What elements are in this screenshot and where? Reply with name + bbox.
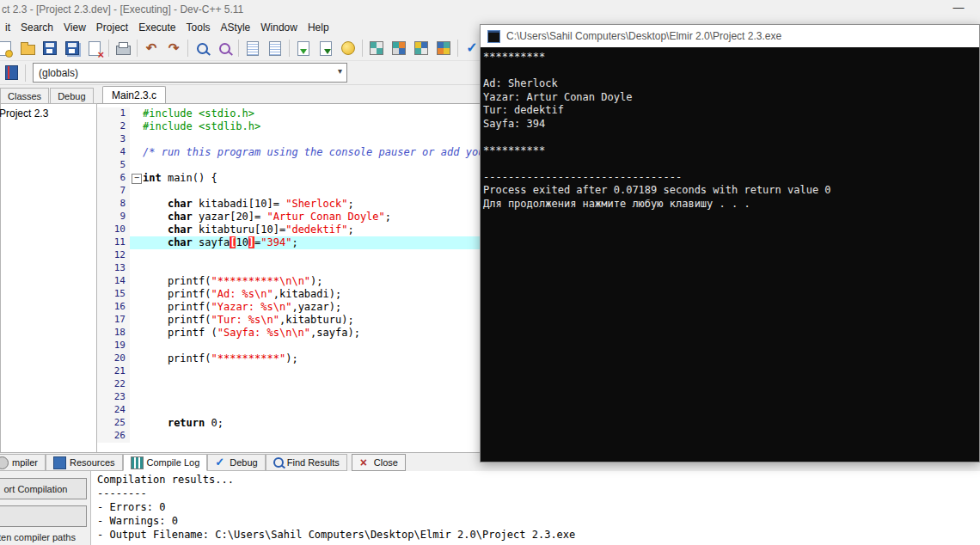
console-line: Tur: dedektif [483,104,977,118]
project-tree: Project 2.3 [0,103,97,453]
goto-line-icon [247,41,259,56]
menu-item-project[interactable]: Project [91,20,133,35]
fold-gutter [130,365,143,378]
compile-log-icon [131,456,144,469]
menu-item-tools[interactable]: Tools [181,20,216,35]
menu-item-view[interactable]: View [58,20,91,35]
redo-icon: ↷ [166,41,181,55]
console-line: Sayfa: 394 [483,118,977,132]
redo-button[interactable]: ↷ [162,38,185,58]
compile-icon [297,41,309,56]
globals-combobox[interactable]: (globals) ▾ [33,63,347,83]
rebuild-icon [320,41,332,56]
compile-log-output: Compilation results...--------- Errors: … [92,471,980,545]
fold-gutter [130,391,143,404]
console-output[interactable]: ********** Ad: SherlockYazar: Artur Cona… [481,47,979,462]
compile-button[interactable] [292,38,315,58]
goto-line-button[interactable] [242,38,264,58]
menu-item-help[interactable]: Help [303,20,334,35]
console-line: ********** [483,51,977,64]
close-icon [359,457,371,468]
fold-gutter [130,430,143,443]
project-options-button[interactable] [410,38,432,58]
menu-item-window[interactable]: Window [255,20,303,35]
bottom-tab-resources[interactable]: Resources [46,454,123,471]
fold-gutter [130,120,143,133]
fold-gutter [130,301,143,314]
side-tab-classes[interactable]: Classes [0,88,49,103]
console-title-text: C:\Users\Sahil Computers\Desktop\Elmir 2… [506,30,781,42]
save-all-icon [65,41,79,55]
line-number: 6 [97,172,130,185]
side-tab-debug[interactable]: Debug [50,88,93,103]
undo-button[interactable]: ↶ [140,38,162,58]
bottom-tab-label: Close [374,457,398,468]
class-browser-button[interactable] [0,63,22,83]
bottom-tab-find-results[interactable]: Find Results [266,454,347,471]
bottom-tab-label: Find Results [287,457,340,468]
log-line: -------- [97,487,980,501]
find-button[interactable] [191,38,213,58]
search-icon [197,43,208,54]
menu-item-it[interactable]: it [0,20,15,35]
package-manager-button[interactable] [432,38,455,58]
fold-gutter [130,224,143,236]
fold-gutter [130,288,143,301]
debug-icon [215,457,226,468]
remove-from-project-button[interactable] [388,38,410,58]
console-line: Ad: Sherlock [483,77,977,91]
bottom-tab-debug[interactable]: Debug [207,454,265,471]
console-window: C:\Users\Sahil Computers\Desktop\Elmir 2… [480,24,980,462]
minimize-button[interactable]: — [946,0,971,17]
fold-gutter [130,146,143,159]
close-file-button[interactable] [83,38,106,58]
add-to-project-icon [370,41,383,55]
editor-tab-main23c[interactable]: Main2.3.c [102,86,166,103]
replace-icon [219,43,230,54]
line-number: 2 [97,120,130,133]
save-all-button[interactable] [61,38,83,58]
add-to-project-button[interactable] [365,38,388,58]
fold-gutter [130,249,143,262]
compile-log-sidebar: ort Compilation ten compiler paths [0,471,91,545]
bottom-tab-label: Resources [70,457,115,468]
open-file-button[interactable] [16,38,39,58]
bottom-tab-label: Compile Log [147,457,200,468]
bottom-panel: mpilerResourcesCompile LogDebugFind Resu… [0,452,980,545]
side-tabs: ClassesDebug [0,84,97,103]
line-number: 22 [97,378,130,391]
line-number: 15 [97,288,130,301]
tree-item-project[interactable]: Project 2.3 [0,107,96,119]
shorten-compiler-paths-label[interactable]: ten compiler paths [0,532,76,542]
print-button[interactable] [112,38,134,58]
toolbar-separator [238,40,239,57]
menu-item-execute[interactable]: Execute [133,20,181,35]
secondary-compilation-button[interactable] [0,505,87,527]
run-button[interactable] [337,38,359,58]
line-number: 4 [97,146,130,159]
bottom-tab-close[interactable]: Close [352,454,406,471]
new-source-button[interactable] [0,38,16,58]
toolbar-separator [25,64,26,82]
menu-item-search[interactable]: Search [15,20,58,35]
rebuild-button[interactable] [315,38,337,58]
title-bar: ct 2.3 - [Project 2.3.dev] - [Executing]… [0,0,980,19]
line-number: 18 [97,327,130,340]
swap-editor-button[interactable] [264,38,286,58]
fold-gutter [130,417,143,430]
save-button[interactable] [39,38,61,58]
fold-gutter [130,314,143,327]
chevron-down-icon[interactable]: ▾ [338,66,342,76]
abort-compilation-button[interactable]: ort Compilation [0,478,87,499]
menu-item-astyle[interactable]: AStyle [216,20,256,35]
fold-gutter [130,327,143,340]
line-number: 5 [97,159,130,172]
line-number: 9 [97,211,130,224]
bottom-tab-compile-log[interactable]: Compile Log [123,454,208,471]
window-title: ct 2.3 - [Project 2.3.dev] - [Executing]… [2,3,243,15]
console-title-bar[interactable]: C:\Users\Sahil Computers\Desktop\Elmir 2… [481,25,979,47]
bottom-tab-mpiler[interactable]: mpiler [0,454,46,471]
fold-toggle-icon[interactable]: − [132,174,142,184]
console-line [483,131,977,144]
replace-button[interactable] [213,38,236,58]
